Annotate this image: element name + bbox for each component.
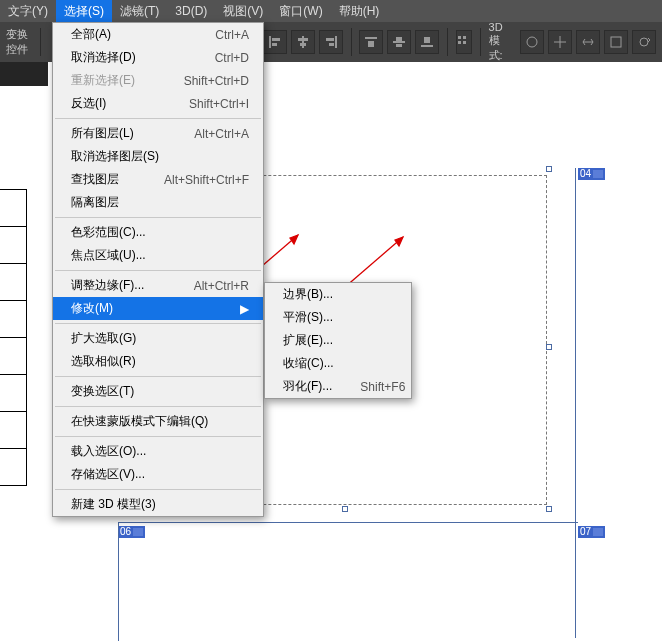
menu-item-label: 在快速蒙版模式下编辑(Q) [71, 413, 208, 430]
menu-item[interactable]: 取消选择(D)Ctrl+D [53, 46, 263, 69]
svg-marker-26 [395, 237, 403, 246]
menu-separator [55, 436, 261, 437]
menu-item[interactable]: 扩展(E)... [265, 329, 411, 352]
menu-item-label: 载入选区(O)... [71, 443, 146, 460]
menu-shortcut: Shift+Ctrl+D [156, 74, 249, 88]
menu-shortcut: Ctrl+A [187, 28, 249, 42]
menu-separator [55, 323, 261, 324]
menu-item-label: 选取相似(R) [71, 353, 136, 370]
menu-shortcut: Alt+Shift+Ctrl+F [136, 173, 249, 187]
svg-marker-24 [290, 235, 298, 244]
menu-item-label: 取消选择图层(S) [71, 148, 159, 165]
menu-item[interactable]: 反选(I)Shift+Ctrl+I [53, 92, 263, 115]
menu-shortcut: Shift+F6 [332, 380, 405, 394]
menu-item[interactable]: 查找图层Alt+Shift+Ctrl+F [53, 168, 263, 191]
menu-item-label: 所有图层(L) [71, 125, 134, 142]
menu-separator [55, 376, 261, 377]
menu-item[interactable]: 所有图层(L)Alt+Ctrl+A [53, 122, 263, 145]
menu-shortcut: Ctrl+D [187, 51, 249, 65]
select-menu-dropdown: 全部(A)Ctrl+A取消选择(D)Ctrl+D重新选择(E)Shift+Ctr… [52, 22, 264, 517]
menu-shortcut: Alt+Ctrl+A [166, 127, 249, 141]
menu-item[interactable]: 载入选区(O)... [53, 440, 263, 463]
menu-item-label: 边界(B)... [283, 286, 333, 303]
menu-item-label: 扩大选取(G) [71, 330, 136, 347]
menu-item-label: 修改(M) [71, 300, 113, 317]
menu-item-label: 焦点区域(U)... [71, 247, 146, 264]
menu-item-label: 收缩(C)... [283, 355, 334, 372]
menu-item-label: 隔离图层 [71, 194, 119, 211]
menu-item[interactable]: 边界(B)... [265, 283, 411, 306]
menu-item[interactable]: 取消选择图层(S) [53, 145, 263, 168]
menu-separator [55, 118, 261, 119]
menu-separator [55, 489, 261, 490]
menu-separator [55, 217, 261, 218]
menu-item[interactable]: 扩大选取(G) [53, 327, 263, 350]
menu-shortcut: Alt+Ctrl+R [166, 279, 249, 293]
submenu-arrow-icon: ▶ [220, 302, 249, 316]
menu-separator [55, 406, 261, 407]
menu-item-label: 色彩范围(C)... [71, 224, 146, 241]
menu-item-label: 重新选择(E) [71, 72, 135, 89]
menu-item[interactable]: 选取相似(R) [53, 350, 263, 373]
menu-item[interactable]: 全部(A)Ctrl+A [53, 23, 263, 46]
menu-item[interactable]: 收缩(C)... [265, 352, 411, 375]
menu-item-label: 存储选区(V)... [71, 466, 145, 483]
menu-item-label: 全部(A) [71, 26, 111, 43]
menu-item-label: 调整边缘(F)... [71, 277, 144, 294]
menu-item[interactable]: 羽化(F)...Shift+F6 [265, 375, 411, 398]
menu-shortcut: Shift+Ctrl+I [161, 97, 249, 111]
menu-item-label: 查找图层 [71, 171, 119, 188]
menu-item[interactable]: 调整边缘(F)...Alt+Ctrl+R [53, 274, 263, 297]
menu-item[interactable]: 平滑(S)... [265, 306, 411, 329]
menu-item-label: 扩展(E)... [283, 332, 333, 349]
menu-item[interactable]: 变换选区(T) [53, 380, 263, 403]
menu-item-label: 反选(I) [71, 95, 106, 112]
menu-item-label: 新建 3D 模型(3) [71, 496, 156, 513]
menu-item[interactable]: 在快速蒙版模式下编辑(Q) [53, 410, 263, 433]
menu-item-label: 平滑(S)... [283, 309, 333, 326]
menu-item-label: 变换选区(T) [71, 383, 134, 400]
menu-item[interactable]: 焦点区域(U)... [53, 244, 263, 267]
menu-item: 重新选择(E)Shift+Ctrl+D [53, 69, 263, 92]
menu-item[interactable]: 修改(M)▶ [53, 297, 263, 320]
modify-submenu: 边界(B)...平滑(S)...扩展(E)...收缩(C)...羽化(F)...… [264, 282, 412, 399]
menu-item[interactable]: 存储选区(V)... [53, 463, 263, 486]
menu-item[interactable]: 隔离图层 [53, 191, 263, 214]
menu-item[interactable]: 新建 3D 模型(3) [53, 493, 263, 516]
menu-item-label: 羽化(F)... [283, 378, 332, 395]
menu-item[interactable]: 色彩范围(C)... [53, 221, 263, 244]
menu-separator [55, 270, 261, 271]
menu-item-label: 取消选择(D) [71, 49, 136, 66]
